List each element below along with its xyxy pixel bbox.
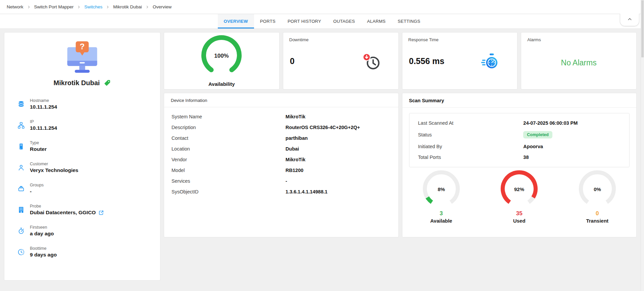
device-info-row: VendorMikroTik: [164, 154, 398, 165]
attribute-value: -: [30, 188, 44, 194]
attribute-value-text: Veryx Technologies: [30, 167, 78, 173]
availability-label: Availability: [208, 81, 235, 87]
attribute-value-text: Dubai Datacenters, GGICO: [30, 210, 96, 216]
attribute-value: 9 days ago: [30, 252, 57, 258]
svg-text:100%: 100%: [214, 53, 229, 59]
device-info-row: SysObjectID1.3.6.1.4.1.14988.1: [164, 186, 398, 197]
info-value: RouterOS CRS326-4C+20G+2Q+: [286, 125, 360, 130]
scan-summary-row: Total Ports38: [418, 152, 621, 163]
alarms-status-text: No Alarms: [521, 58, 636, 67]
response-time-value: 0.556 ms: [409, 56, 445, 66]
breadcrumb: NetworkSwitch Port MapperSwitchesMikroti…: [0, 0, 644, 14]
port-gauge-used: 92%35Used: [480, 170, 558, 224]
scrollbar-thumb[interactable]: [641, 0, 644, 57]
scan-summary-row: Last Scanned At24-07-2025 06:00:03 PM: [418, 118, 621, 128]
svg-text:92%: 92%: [514, 186, 524, 192]
device-attribute-groups: Groups-: [17, 178, 160, 199]
gauge-label: Available: [430, 218, 452, 224]
collapse-button[interactable]: [620, 14, 639, 26]
alarms-card: Alarms No Alarms: [521, 32, 637, 90]
info-value: -: [286, 178, 287, 184]
availability-gauge: 100%: [201, 35, 242, 77]
network-icon: [17, 119, 25, 129]
tab-outages[interactable]: OUTAGES: [327, 14, 361, 28]
response-time-card: Response Time 0.556 ms: [402, 32, 518, 90]
attribute-value-text: 10.11.1.254: [30, 104, 57, 110]
attribute-value-text: Router: [30, 146, 47, 152]
breadcrumb-item[interactable]: Mikrotik Dubai: [113, 4, 142, 9]
attribute-label: Groups: [30, 183, 44, 187]
info-value: MikroTik: [286, 114, 305, 119]
breadcrumb-item[interactable]: Network: [7, 4, 23, 9]
device-info-row: Contactparthiban: [164, 133, 398, 143]
downtime-label: Downtime: [289, 37, 392, 42]
device-attribute-firstseen: Firstseena day ago: [17, 220, 160, 241]
downtime-card: Downtime 0: [283, 32, 399, 90]
scan-label: Last Scanned At: [418, 120, 524, 126]
gauge-label: Used: [513, 218, 526, 224]
downtime-value: 0: [290, 56, 295, 66]
device-info-row: ModelRB1200: [164, 165, 398, 176]
device-attribute-hostname: Hostname10.11.1.254: [17, 94, 160, 115]
scan-summary-title: Scan Summary: [402, 93, 637, 108]
gauge-ring: 8%: [423, 170, 460, 209]
status-badge: Completed: [523, 131, 552, 138]
device-information-title: Device Information: [164, 93, 398, 107]
device-attribute-ip: IP10.11.1.254: [17, 115, 160, 136]
tag-icon[interactable]: [104, 79, 111, 86]
scan-summary-row: StatusCompleted: [418, 128, 621, 141]
gauge-label: Transient: [586, 218, 608, 224]
availability-card: 100% Availability: [164, 32, 280, 90]
scan-value: 38: [523, 155, 529, 160]
monitor-question-icon: ?: [4, 41, 160, 75]
chevron-right-icon: [106, 5, 109, 9]
chevron-up-icon: [627, 16, 633, 23]
external-link-icon[interactable]: [98, 210, 104, 216]
stat-cards-row: 100% Availability Downtime 0: [164, 32, 637, 90]
breadcrumb-item[interactable]: Overview: [153, 4, 171, 9]
vertical-scrollbar[interactable]: [641, 0, 644, 291]
info-label: SysObjectID: [171, 189, 286, 194]
svg-text:0%: 0%: [594, 186, 601, 192]
tab-alarms[interactable]: ALARMS: [361, 14, 392, 28]
info-value: MikroTik: [286, 157, 305, 162]
tab-port-history[interactable]: PORT HISTORY: [282, 14, 327, 28]
tab-settings[interactable]: SETTINGS: [392, 14, 426, 28]
device-info-row: DescriptionRouterOS CRS326-4C+20G+2Q+: [164, 122, 398, 133]
chevron-right-icon: [146, 5, 149, 9]
device-summary-panel: ? Mikrotik Dubai Hostname10.11.1.254IP10…: [4, 32, 160, 281]
attribute-value: 10.11.1.254: [30, 104, 57, 110]
attribute-value-text: -: [30, 188, 32, 194]
info-label: Services: [171, 178, 286, 184]
right-column: 100% Availability Downtime 0: [164, 32, 637, 237]
attribute-value: Veryx Technologies: [30, 167, 78, 173]
database-icon: [17, 98, 25, 108]
scan-label: Status: [418, 132, 524, 137]
info-label: Description: [171, 125, 286, 130]
group-icon: [17, 183, 25, 192]
tab-overview[interactable]: OVERVIEW: [218, 14, 254, 28]
speed-stopwatch-icon: [481, 53, 500, 71]
attribute-value: Router: [30, 146, 47, 152]
info-label: Model: [171, 168, 286, 173]
info-label: Location: [171, 146, 286, 152]
attribute-value-text: a day ago: [30, 231, 54, 237]
device-attribute-type: TypeRouter: [17, 136, 160, 157]
downtime-clock-icon: [362, 53, 381, 71]
scan-summary-card: Scan Summary Last Scanned At24-07-2025 0…: [402, 93, 637, 237]
tab-ports[interactable]: PORTS: [254, 14, 282, 28]
detail-cards-row: Device Information System NameMikroTikDe…: [164, 93, 637, 237]
device-info-row: LocationDubai: [164, 143, 398, 154]
attribute-label: Type: [30, 140, 47, 145]
device-info-row: System NameMikroTik: [164, 111, 398, 122]
attribute-label: Customer: [30, 162, 78, 166]
attribute-value-text: 10.11.1.254: [30, 125, 57, 131]
breadcrumb-item[interactable]: Switches: [84, 4, 102, 9]
info-value: parthiban: [286, 135, 308, 141]
gauge-value: 35: [516, 210, 523, 217]
breadcrumb-item[interactable]: Switch Port Mapper: [34, 4, 74, 9]
svg-text:8%: 8%: [438, 186, 445, 192]
port-gauge-available: 8%3Available: [402, 170, 481, 224]
overview-page: ? Mikrotik Dubai Hostname10.11.1.254IP10…: [0, 29, 641, 284]
attribute-value-text: 9 days ago: [30, 252, 57, 258]
